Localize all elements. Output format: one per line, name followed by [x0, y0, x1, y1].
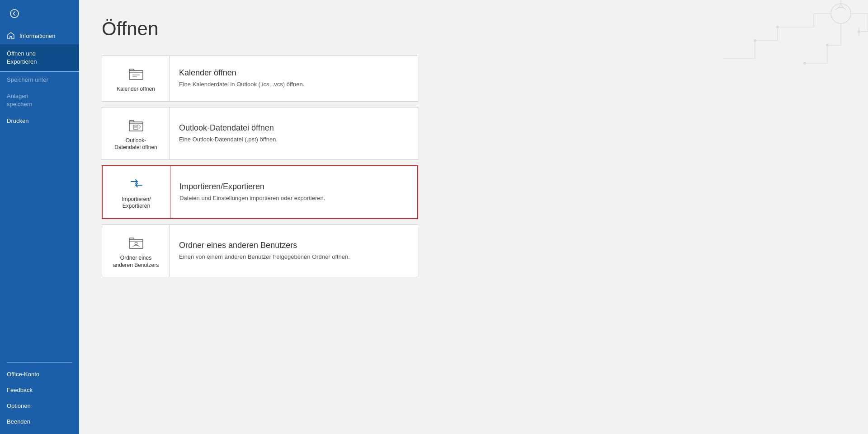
sidebar-item-anlagen-speichern[interactable]: Anlagen speichern: [0, 88, 79, 113]
options-list: Kalender öffnen Kalender öffnen Eine Kal…: [102, 56, 418, 277]
sidebar-item-speichern-unter-label: Speichern unter: [7, 76, 48, 83]
option-kalender-text: Kalender öffnen Eine Kalenderdatei in Ou…: [170, 56, 313, 101]
sidebar-divider: [7, 362, 72, 363]
sidebar-item-oeffnen-exportieren[interactable]: Öffnen und Exportieren: [0, 44, 79, 71]
svg-point-22: [803, 62, 806, 65]
option-ordner-icon-box: Ordner eines anderen Benutzers: [102, 225, 170, 277]
sidebar-item-informationen[interactable]: Informationen: [0, 27, 79, 44]
option-ordner-icon-label: Ordner eines anderen Benutzers: [113, 255, 159, 269]
sidebar-item-informationen-label: Informationen: [19, 33, 56, 39]
sidebar: Informationen Öffnen und Exportieren Spe…: [0, 0, 79, 434]
sidebar-item-optionen-label: Optionen: [7, 402, 31, 409]
sidebar-item-beenden-label: Beenden: [7, 418, 30, 425]
sidebar-item-office-konto-label: Office-Konto: [7, 371, 39, 378]
sidebar-item-speichern-unter[interactable]: Speichern unter: [0, 72, 79, 88]
sidebar-item-feedback-label: Feedback: [7, 387, 33, 393]
option-outlook-datendatei[interactable]: Outlook- Datendatei öffnen Outlook-Daten…: [102, 107, 418, 160]
svg-point-16: [858, 30, 860, 33]
option-kalender-title: Kalender öffnen: [179, 68, 304, 78]
sidebar-item-office-konto[interactable]: Office-Konto: [0, 366, 79, 382]
sidebar-item-drucken[interactable]: Drucken: [0, 113, 79, 129]
sidebar-bottom: Office-Konto Feedback Optionen Beenden: [0, 366, 79, 434]
option-outlook-icon-label: Outlook- Datendatei öffnen: [114, 137, 157, 151]
option-import-export-text: Importieren/Exportieren Dateien und Eins…: [170, 166, 334, 218]
sidebar-item-anlagen-speichern-label: Anlagen speichern: [7, 92, 32, 108]
option-outlook-icon-box: Outlook- Datendatei öffnen: [102, 107, 170, 159]
option-outlook-title: Outlook-Datendatei öffnen: [179, 123, 278, 133]
main-content: Öffnen Kalender öffnen Kalender öffnen E…: [79, 0, 868, 434]
option-outlook-desc: Eine Outlook-Datendatei (.pst) öffnen.: [179, 135, 278, 144]
option-outlook-text: Outlook-Datendatei öffnen Eine Outlook-D…: [170, 107, 287, 159]
back-button[interactable]: [5, 5, 24, 23]
option-importieren-exportieren[interactable]: Importieren/ Exportieren Importieren/Exp…: [102, 165, 418, 219]
importieren-exportieren-icon: [127, 174, 146, 192]
sidebar-item-feedback[interactable]: Feedback: [0, 382, 79, 398]
sidebar-nav: Informationen Öffnen und Exportieren Spe…: [0, 27, 79, 359]
svg-point-0: [10, 9, 19, 18]
option-ordner-anderer-benutzer[interactable]: Ordner eines anderen Benutzers Ordner ei…: [102, 224, 418, 277]
sidebar-item-oeffnen-exportieren-label: Öffnen und Exportieren: [7, 50, 37, 65]
svg-point-31: [135, 242, 137, 245]
svg-rect-27: [133, 125, 138, 130]
sidebar-item-beenden[interactable]: Beenden: [0, 414, 79, 429]
option-kalender-desc: Eine Kalenderdatei in Outlook (.ics, .vc…: [179, 80, 304, 89]
kalender-icon: [127, 64, 145, 82]
svg-point-1: [831, 4, 851, 23]
sidebar-item-optionen[interactable]: Optionen: [0, 398, 79, 414]
option-kalender-oeffnen[interactable]: Kalender öffnen Kalender öffnen Eine Kal…: [102, 56, 418, 102]
option-import-export-title: Importieren/Exportieren: [179, 182, 325, 191]
sidebar-item-drucken-label: Drucken: [7, 117, 28, 124]
option-ordner-title: Ordner eines anderen Benutzers: [179, 241, 350, 250]
option-kalender-icon-box: Kalender öffnen: [102, 56, 170, 101]
option-import-export-icon-box: Importieren/ Exportieren: [103, 166, 170, 218]
option-import-export-desc: Dateien und Einstellungen importieren od…: [179, 194, 325, 202]
option-import-export-icon-label: Importieren/ Exportieren: [122, 196, 151, 210]
option-ordner-desc: Einen von einem anderen Benutzer freigeg…: [179, 253, 350, 261]
outlook-datendatei-icon: [127, 116, 145, 134]
option-kalender-icon-label: Kalender öffnen: [117, 86, 155, 93]
ordner-anderer-benutzer-icon: [127, 233, 145, 251]
option-ordner-text: Ordner eines anderen Benutzers Einen von…: [170, 225, 359, 277]
circuit-decoration: [687, 0, 868, 90]
svg-rect-30: [129, 239, 143, 248]
